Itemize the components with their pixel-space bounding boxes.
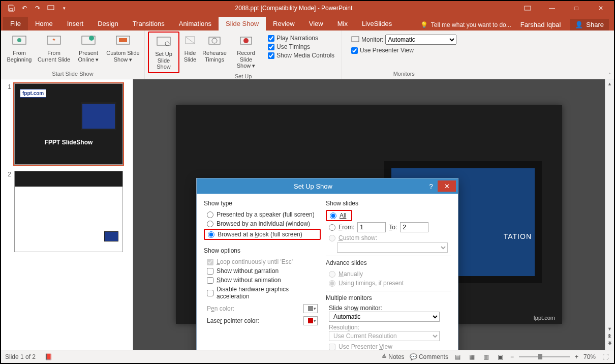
show-type-title: Show type — [204, 200, 321, 207]
use-presenter-view-checkbox[interactable]: Use Presenter View — [345, 46, 463, 55]
close-icon[interactable]: ✕ — [591, 2, 611, 15]
tab-home[interactable]: Home — [28, 17, 60, 31]
save-icon[interactable] — [5, 2, 17, 14]
fit-to-window-icon[interactable]: ⛶ — [601, 352, 610, 361]
scroll-up-icon[interactable]: ▲ — [606, 81, 613, 88]
record-slide-show-button[interactable]: Record Slide Show ▾ — [229, 32, 263, 71]
system-buttons: — □ ✕ — [517, 1, 614, 15]
titlebar: ↶ ↷ ▾ 2088.ppt [Compatibility Mode] - Po… — [1, 1, 614, 15]
comments-button[interactable]: 💬 Comments — [410, 353, 448, 360]
chk-loop-continuously: Loop continuously until 'Esc' — [204, 257, 321, 266]
slide-show-monitor-label: Slide show monitor: — [329, 305, 448, 312]
tab-liveslides[interactable]: LiveSlides — [355, 17, 399, 31]
maximize-icon[interactable]: □ — [566, 2, 587, 15]
show-slides-title: Show slides — [326, 200, 451, 207]
chk-use-presenter-view: Use Presenter View — [326, 341, 451, 350]
user-name[interactable]: Farshad Iqbal — [520, 21, 561, 28]
ribbon-display-icon[interactable] — [517, 2, 538, 15]
zoom-level[interactable]: 70% — [583, 353, 596, 360]
help-icon[interactable]: ? — [424, 183, 438, 190]
minimize-icon[interactable]: — — [542, 2, 562, 15]
play-star-icon — [46, 34, 62, 49]
monitor-graphic — [81, 102, 116, 130]
radio-browsed-kiosk[interactable]: Browsed at a kiosk (full screen) — [204, 229, 321, 240]
radio-using-timings: Using timings, if present — [326, 279, 451, 288]
play-narrations-checkbox[interactable]: Play Narrations — [268, 35, 334, 42]
zoom-out-icon[interactable]: − — [510, 353, 514, 360]
svg-point-4 — [17, 38, 21, 42]
use-timings-checkbox[interactable]: Use Timings — [268, 43, 334, 50]
slideshow-view-icon[interactable]: ▣ — [496, 352, 505, 361]
tab-mix[interactable]: Mix — [330, 17, 355, 31]
share-button[interactable]: 👤Share — [570, 19, 609, 31]
prev-slide-icon[interactable]: ⯭ — [606, 333, 613, 341]
thumb-item-1[interactable]: 1 fppt.com FPPT SlideShow — [4, 83, 130, 165]
tab-transitions[interactable]: Transitions — [126, 17, 172, 31]
pen-color-dropdown[interactable] — [303, 304, 318, 313]
tab-insert[interactable]: Insert — [60, 17, 91, 31]
tab-slide-show[interactable]: Slide Show — [219, 17, 266, 31]
workspace: 1 fppt.com FPPT SlideShow 2 TATION — [1, 79, 614, 350]
present-online-button[interactable]: Present Online ▾ — [73, 32, 104, 65]
laser-color-dropdown[interactable] — [303, 316, 318, 325]
scroll-down-icon[interactable]: ▼ — [606, 326, 613, 333]
collapse-ribbon-icon[interactable]: ˄ — [608, 72, 611, 78]
dialog-close-icon[interactable]: ✕ — [438, 180, 456, 192]
radio-presented-speaker[interactable]: Presented by a speaker (full screen) — [204, 210, 321, 219]
dialog-titlebar[interactable]: Set Up Show ? ✕ — [197, 178, 458, 194]
tab-review[interactable]: Review — [266, 17, 302, 31]
monitor-icon — [351, 36, 359, 43]
slide-show-monitor-select[interactable]: Automatic — [329, 312, 440, 322]
set-up-show-dialog: Set Up Show ? ✕ Show type Presented by a… — [196, 178, 458, 350]
custom-show-icon — [115, 34, 131, 49]
custom-slide-show-button[interactable]: Custom Slide Show ▾ — [105, 32, 141, 65]
undo-icon[interactable]: ↶ — [18, 2, 30, 14]
from-current-slide-button[interactable]: From Current Slide — [36, 32, 72, 65]
sorter-view-icon[interactable]: ▦ — [468, 352, 477, 361]
zoom-in-icon[interactable]: + — [575, 353, 578, 360]
powerpoint-window: ↶ ↷ ▾ 2088.ppt [Compatibility Mode] - Po… — [0, 0, 615, 364]
chk-disable-hw-accel[interactable]: Disable hardware graphics acceleration — [204, 285, 321, 301]
svg-rect-2 — [525, 6, 531, 10]
thumb-item-2[interactable]: 2 — [4, 171, 130, 252]
next-slide-icon[interactable]: ⯯ — [606, 341, 613, 348]
clock-icon — [207, 34, 222, 49]
reading-view-icon[interactable]: ▥ — [482, 352, 491, 361]
footer-text: fppt.com — [534, 315, 555, 321]
group-set-up: Set Up Slide Show Hide Slide Rehearse Ti… — [145, 31, 342, 79]
chk-without-narration[interactable]: Show without narration — [204, 266, 321, 276]
to-spin[interactable] — [400, 222, 428, 232]
chk-without-animation[interactable]: Show without animation — [204, 276, 321, 285]
normal-view-icon[interactable]: ▤ — [453, 352, 463, 361]
radio-from-to[interactable]: From: To: — [326, 221, 451, 233]
slide-counter[interactable]: Slide 1 of 2 — [5, 353, 36, 360]
tab-design[interactable]: Design — [90, 17, 125, 31]
tab-animations[interactable]: Animations — [172, 17, 219, 31]
group-start-slide-show: From Beginning From Current Slide Presen… — [1, 31, 145, 79]
slide-thumbnail[interactable] — [14, 171, 123, 252]
tab-view[interactable]: View — [302, 17, 330, 31]
slide-thumbnail[interactable]: fppt.com FPPT SlideShow — [14, 83, 123, 165]
slide-thumbnails-pane[interactable]: 1 fppt.com FPPT SlideShow 2 — [1, 79, 133, 350]
from-beginning-button[interactable]: From Beginning — [4, 32, 35, 65]
radio-browsed-individual[interactable]: Browsed by an individual (window) — [204, 219, 321, 228]
notes-button[interactable]: ≜ Notes — [382, 353, 405, 360]
redo-icon[interactable]: ↷ — [32, 2, 44, 14]
tab-file[interactable]: File — [3, 17, 28, 31]
show-media-controls-checkbox[interactable]: Show Media Controls — [268, 52, 334, 59]
monitor-select[interactable]: Automatic — [385, 35, 456, 45]
from-spin[interactable] — [357, 222, 386, 232]
set-up-slide-show-button[interactable]: Set Up Slide Show — [148, 32, 179, 73]
radio-all-slides[interactable]: All — [326, 210, 352, 221]
tell-me-search[interactable]: 💡Tell me what you want to do... — [420, 21, 511, 28]
hide-slide-button[interactable]: Hide Slide — [180, 32, 200, 65]
rehearse-timings-button[interactable]: Rehearse Timings — [201, 32, 228, 65]
spell-check-icon[interactable]: 📕 — [44, 352, 53, 361]
presentation-label: TATION — [504, 232, 532, 240]
vertical-scrollbar[interactable]: ▲ ▼ ⯭ ⯯ — [605, 79, 614, 350]
person-icon: 👤 — [575, 21, 583, 28]
zoom-slider[interactable] — [519, 356, 570, 357]
resolution-select: Use Current Resolution — [329, 331, 440, 341]
qat-customize-icon[interactable]: ▾ — [58, 2, 70, 14]
start-show-icon[interactable] — [45, 2, 57, 14]
